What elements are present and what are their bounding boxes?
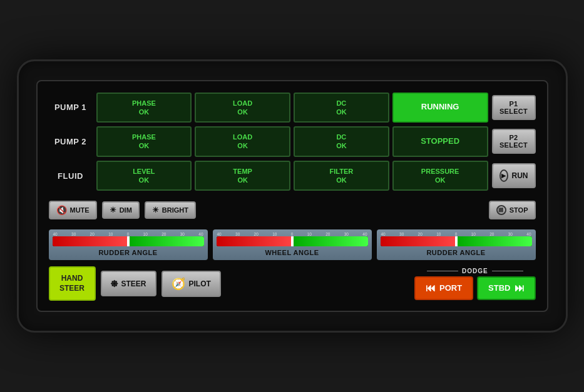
port-button[interactable]: ⏮ PORT: [414, 276, 473, 300]
bottom-left: HANDSTEER ⎈ STEER 🧭 PILOT: [49, 266, 221, 301]
dodge-group: DODGE ⏮ PORT STBD ⏭: [414, 268, 536, 300]
fluid-cells: LEVELOK TEMPOK FILTEROK PRESSUREOK: [96, 161, 488, 191]
controls-right: ⬛ STOP: [489, 201, 536, 219]
fluid-label: FLUID: [49, 161, 93, 191]
pump1-load[interactable]: LOADOK: [195, 93, 290, 123]
screen: PUMP 1 PHASEOK LOADOK DCOK RUNNING P1 SE…: [36, 80, 548, 313]
pump1-phase[interactable]: PHASEOK: [96, 93, 192, 123]
p1-select-button[interactable]: P1 SELECT: [492, 95, 536, 120]
pump1-dc[interactable]: DCOK: [294, 93, 389, 123]
pump2-status[interactable]: STOPPED: [392, 126, 488, 157]
dodge-label-row: DODGE: [427, 268, 523, 274]
controls-left: 🔇 MUTE ☀ DIM ☀ BRIGHT: [49, 201, 197, 219]
play-icon: ▶: [499, 169, 508, 182]
bottom-row: HANDSTEER ⎈ STEER 🧭 PILOT DODGE: [49, 266, 536, 301]
fluid-temp[interactable]: TEMPOK: [195, 161, 290, 191]
steer-icon: ⎈: [111, 277, 118, 290]
pump1-side: P1 SELECT: [492, 93, 536, 123]
rudder2-bar: [381, 236, 532, 246]
wheel-angle: 40 30 20 10 0 10 20 30 40 WHEEL ANGLE: [213, 229, 372, 260]
dim-button[interactable]: ☀ DIM: [102, 201, 140, 219]
wheel-label: WHEEL ANGLE: [217, 249, 368, 256]
pump1-cells: PHASEOK LOADOK DCOK RUNNING: [96, 93, 488, 123]
fluid-level[interactable]: LEVELOK: [96, 161, 192, 191]
pump2-load[interactable]: LOADOK: [195, 126, 290, 157]
controls-row: 🔇 MUTE ☀ DIM ☀ BRIGHT ⬛ STOP: [49, 197, 536, 223]
stop-icon: ⬛: [496, 205, 506, 215]
pump2-label: PUMP 2: [49, 126, 93, 157]
wheel-bar: [217, 236, 368, 246]
rudder-angle-1: 40 30 20 10 0 10 20 30 40 RUDDER ANGLE: [49, 229, 208, 260]
stop-button[interactable]: ⬛ STOP: [489, 201, 536, 219]
pump1-status[interactable]: RUNNING: [392, 93, 488, 123]
stbd-button[interactable]: STBD ⏭: [477, 276, 535, 300]
dim-icon: ☀: [110, 206, 116, 214]
mute-button[interactable]: 🔇 MUTE: [49, 201, 97, 219]
mute-icon: 🔇: [56, 205, 67, 215]
bright-icon: ☀: [152, 206, 159, 214]
angle-row: 40 30 20 10 0 10 20 30 40 RUDDER ANGLE: [49, 229, 536, 260]
status-grid: PUMP 1 PHASEOK LOADOK DCOK RUNNING P1 SE…: [49, 93, 536, 191]
hand-steer-button[interactable]: HANDSTEER: [49, 266, 96, 301]
rudder2-label: RUDDER ANGLE: [381, 249, 532, 256]
stbd-icon: ⏭: [515, 283, 525, 294]
rudder1-bar: [53, 236, 204, 246]
dodge-label: DODGE: [462, 268, 488, 274]
pump2-phase[interactable]: PHASEOK: [96, 126, 192, 157]
dodge-buttons: ⏮ PORT STBD ⏭: [414, 276, 536, 300]
port-icon: ⏮: [426, 283, 436, 294]
pilot-button[interactable]: 🧭 PILOT: [161, 271, 221, 297]
pilot-icon: 🧭: [172, 277, 185, 291]
rudder-angle-2: 40 30 20 10 0 10 20 30 40 RUDDER ANGLE: [377, 229, 536, 260]
rudder1-label: RUDDER ANGLE: [53, 249, 204, 256]
device-frame: PUMP 1 PHASEOK LOADOK DCOK RUNNING P1 SE…: [17, 59, 568, 333]
steer-button[interactable]: ⎈ STEER: [101, 271, 156, 296]
fluid-pressure[interactable]: PRESSUREOK: [392, 161, 488, 191]
pump2-cells: PHASEOK LOADOK DCOK STOPPED: [96, 126, 488, 157]
pump2-side: P2 SELECT: [492, 126, 536, 157]
fluid-side: ▶ RUN: [492, 161, 536, 191]
p2-select-button[interactable]: P2 SELECT: [492, 129, 536, 154]
fluid-filter[interactable]: FILTEROK: [294, 161, 389, 191]
pump1-label: PUMP 1: [49, 93, 93, 123]
pump2-dc[interactable]: DCOK: [294, 126, 389, 157]
run-button[interactable]: ▶ RUN: [492, 163, 536, 188]
bright-button[interactable]: ☀ BRIGHT: [145, 201, 196, 219]
